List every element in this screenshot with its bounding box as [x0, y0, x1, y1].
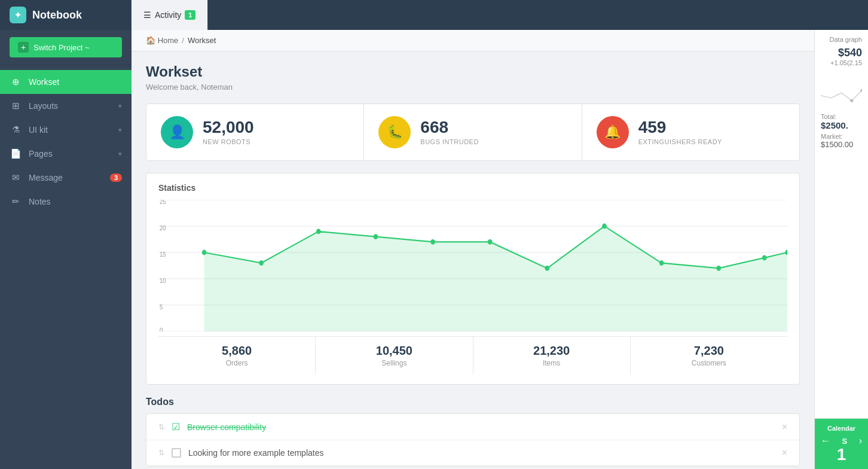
switch-project-button[interactable]: + Switch Project ~	[10, 37, 122, 57]
layouts-arrow: ▾	[118, 102, 122, 110]
switch-plus-icon: +	[18, 42, 29, 53]
pages-arrow: ▾	[118, 150, 122, 158]
svg-point-13	[202, 250, 207, 255]
stat-label-extinguishers: EXTINGUISHERS READY	[638, 138, 722, 145]
svg-text:25: 25	[160, 200, 166, 205]
svg-text:10: 10	[160, 277, 166, 284]
calendar-day: 1	[821, 446, 862, 463]
sidebar-switch: + Switch Project ~	[0, 30, 132, 65]
page-subtitle: Welcome back, Noteman	[146, 83, 800, 92]
calendar-panel: Calendar ← S › 1	[815, 419, 868, 469]
todo-check-done-1[interactable]: ☑	[172, 421, 180, 433]
stat-info-robots: 52,000 NEW ROBOTS	[203, 119, 254, 145]
todo-item-2: ⇅ Looking for more example templates ×	[146, 440, 799, 466]
svg-point-15	[316, 229, 321, 234]
svg-point-37	[850, 99, 853, 102]
breadcrumb-separator: /	[182, 36, 184, 45]
svg-text:5: 5	[160, 303, 163, 310]
chart-stat-orders-label: Orders	[166, 359, 308, 367]
stat-icon-robots: 👤	[161, 116, 193, 148]
stat-label-bugs: BUGS INTRUDED	[420, 138, 479, 145]
chart-stat-customers-value: 7,230	[638, 344, 780, 358]
workset-icon: ⊕	[10, 77, 22, 87]
todo-close-2[interactable]: ×	[782, 447, 787, 458]
svg-point-17	[430, 239, 435, 245]
topbar-tabs: ☰ Activity 1	[132, 0, 208, 30]
sidebar-item-message-label: Message	[29, 173, 110, 182]
stat-label-robots: NEW ROBOTS	[203, 138, 254, 145]
todos-section: ⇅ ☑ Browser compatibility × ⇅ Looking fo…	[146, 413, 800, 467]
todos-title: Todos	[146, 397, 800, 407]
sidebar-item-workset-label: Workset	[29, 77, 122, 87]
todo-close-1[interactable]: ×	[782, 422, 787, 433]
stat-card-robots: 👤 52,000 NEW ROBOTS	[146, 104, 364, 160]
svg-point-16	[374, 234, 378, 239]
svg-point-21	[659, 260, 664, 266]
data-graph-mini	[821, 72, 862, 108]
chart-svg: 25 20 15 10 5 0	[158, 200, 787, 331]
svg-point-18	[488, 239, 493, 245]
message-badge: 3	[110, 173, 122, 182]
chart-title: Statistics	[158, 183, 787, 193]
sidebar-item-pages[interactable]: 📄 Pages ▾	[0, 142, 132, 166]
chart-stat-sellings-value: 10,450	[323, 344, 465, 358]
pages-icon: 📄	[10, 148, 22, 159]
stat-value-robots: 52,000	[203, 119, 254, 136]
sidebar-nav: ⊕ Workset ⊞ Layouts ▾ ⚗ UI kit ▾ 📄 Pages…	[0, 65, 132, 469]
layout: + Switch Project ~ ⊕ Workset ⊞ Layouts ▾…	[0, 30, 868, 469]
switch-project-label: Switch Project ~	[33, 43, 90, 52]
page-title: Workset	[146, 63, 800, 80]
data-graph-title: Data graph	[821, 36, 862, 43]
stats-row: 👤 52,000 NEW ROBOTS 🐛 668 BUGS INTRUDED …	[146, 103, 800, 161]
stat-info-bugs: 668 BUGS INTRUDED	[420, 119, 479, 145]
sidebar-item-notes[interactable]: ✏ Notes	[0, 190, 132, 214]
brand-icon: ✦	[10, 7, 26, 23]
stat-value-bugs: 668	[420, 119, 479, 136]
layouts-icon: ⊞	[10, 100, 22, 111]
data-graph-market-label: Market:	[821, 133, 862, 140]
sidebar-item-layouts[interactable]: ⊞ Layouts ▾	[0, 94, 132, 118]
todo-check-empty-2[interactable]	[172, 448, 181, 458]
data-graph-market-value: $1500.00	[821, 140, 862, 149]
svg-text:0: 0	[160, 327, 163, 331]
breadcrumb-home[interactable]: 🏠 Home	[146, 36, 178, 45]
calendar-next-button[interactable]: ›	[859, 436, 862, 446]
stat-card-bugs: 🐛 668 BUGS INTRUDED	[364, 104, 582, 160]
svg-point-19	[545, 266, 550, 271]
right-panel: Data graph $540 +1.05(2.15 Total: $2500.…	[814, 30, 868, 469]
sidebar: + Switch Project ~ ⊕ Workset ⊞ Layouts ▾…	[0, 30, 132, 469]
chart-stat-items-value: 21,230	[481, 344, 623, 358]
svg-marker-12	[204, 226, 787, 331]
stat-icon-extinguishers: 🔔	[597, 116, 629, 148]
svg-point-22	[716, 266, 721, 271]
message-icon: ✉	[10, 172, 22, 183]
chart-stat-items-label: Items	[481, 359, 623, 367]
chart-stat-sellings-label: Sellings	[323, 359, 465, 367]
sidebar-item-uikit-label: UI kit	[29, 125, 118, 135]
chart-bottom-stats: 5,860 Orders 10,450 Sellings 21,230 Item…	[158, 336, 787, 374]
svg-point-23	[762, 255, 767, 260]
uikit-icon: ⚗	[10, 124, 22, 135]
todo-drag-1[interactable]: ⇅	[158, 423, 164, 431]
breadcrumb: 🏠 Home / Workset	[132, 30, 814, 51]
brand-name: Notebook	[32, 9, 82, 22]
uikit-arrow: ▾	[118, 126, 122, 134]
chart-stat-orders-value: 5,860	[166, 344, 308, 358]
page-content: Workset Welcome back, Noteman 👤 52,000 N…	[132, 51, 814, 469]
sidebar-item-uikit[interactable]: ⚗ UI kit ▾	[0, 118, 132, 142]
data-graph-value: $540	[821, 47, 862, 59]
sidebar-item-workset[interactable]: ⊕ Workset	[0, 70, 132, 94]
calendar-prev-button[interactable]: ←	[821, 436, 830, 446]
data-graph-total-value: $2500.	[821, 120, 862, 130]
sidebar-item-message[interactable]: ✉ Message 3	[0, 166, 132, 190]
main-content: 🏠 Home / Workset Workset Welcome back, N…	[132, 30, 814, 469]
data-graph-total-label: Total:	[821, 113, 862, 120]
svg-text:20: 20	[160, 224, 166, 232]
chart-stat-items: 21,230 Items	[473, 337, 631, 374]
stat-icon-bugs: 🐛	[378, 116, 411, 148]
data-graph-change: +1.05(2.15	[821, 59, 862, 66]
sidebar-item-pages-label: Pages	[29, 149, 118, 159]
tab-activity[interactable]: ☰ Activity 1	[132, 0, 208, 30]
todo-drag-2[interactable]: ⇅	[158, 449, 164, 457]
breadcrumb-current: Workset	[188, 36, 216, 45]
